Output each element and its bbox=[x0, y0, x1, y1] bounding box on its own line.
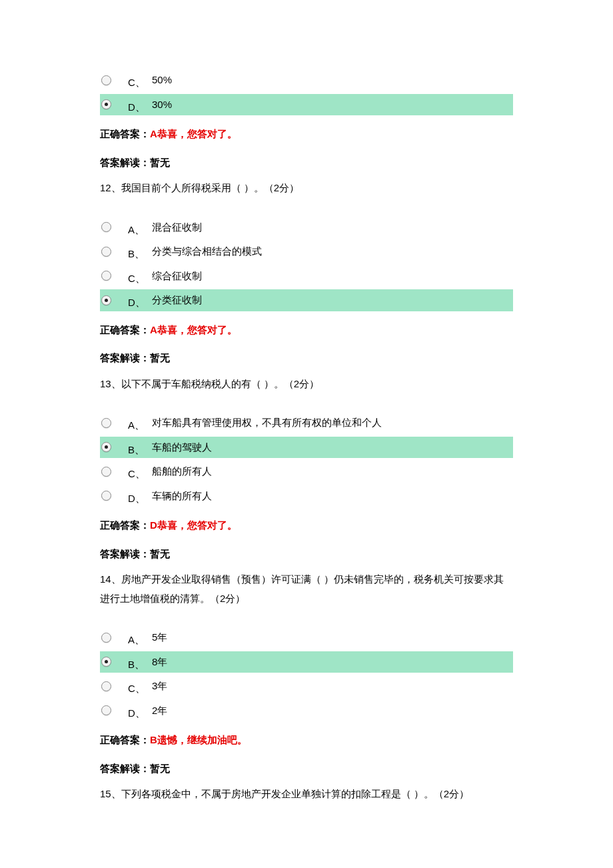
option-letter: B、 bbox=[128, 441, 152, 460]
question-options: A、 对车船具有管理使用权，不具有所有权的单位和个人 B、 车船的驾驶人 C、 … bbox=[100, 412, 513, 507]
option-letter: C、 bbox=[128, 679, 152, 699]
option-row[interactable]: A、 混合征收制 bbox=[100, 217, 513, 239]
option-text: 混合征收制 bbox=[152, 218, 202, 237]
option-letter: C、 bbox=[128, 73, 152, 93]
answer-prefix: 正确答案： bbox=[100, 734, 150, 745]
question-stem: 14、房地产开发企业取得销售（预售）许可证满（ ）仍未销售完毕的，税务机关可按要… bbox=[100, 570, 513, 608]
radio-icon[interactable] bbox=[101, 75, 111, 85]
correct-answer-line: 正确答案：B遗憾，继续加油吧。 bbox=[100, 731, 513, 750]
question-number: 15、 bbox=[100, 788, 121, 799]
option-row[interactable]: B、 车船的驾驶人 bbox=[100, 437, 513, 459]
option-text: 2年 bbox=[152, 701, 167, 721]
radio-icon[interactable] bbox=[101, 222, 111, 232]
radio-icon[interactable] bbox=[101, 295, 111, 305]
option-text: 50% bbox=[152, 71, 172, 90]
question-number: 13、 bbox=[100, 378, 121, 389]
radio-icon[interactable] bbox=[101, 271, 111, 281]
option-letter: B、 bbox=[128, 245, 152, 264]
radio-icon[interactable] bbox=[101, 418, 111, 428]
answer-message: 恭喜，您答对了。 bbox=[157, 128, 237, 139]
option-letter: B、 bbox=[128, 655, 152, 675]
option-row[interactable]: C、 综合征收制 bbox=[100, 265, 513, 287]
option-letter: D、 bbox=[128, 98, 152, 117]
option-letter: A、 bbox=[128, 631, 152, 650]
option-row[interactable]: A、 对车船具有管理使用权，不具有所有权的单位和个人 bbox=[100, 412, 513, 434]
question-number: 12、 bbox=[100, 182, 121, 193]
radio-icon[interactable] bbox=[101, 705, 111, 715]
option-row[interactable]: C、 50% bbox=[100, 69, 513, 91]
explain-text: 暂无 bbox=[150, 548, 170, 559]
radio-icon[interactable] bbox=[101, 491, 111, 501]
answer-explanation: 答案解读：暂无 bbox=[100, 153, 513, 173]
answer-prefix: 正确答案： bbox=[100, 324, 150, 335]
explain-prefix: 答案解读： bbox=[100, 352, 150, 363]
answer-prefix: 正确答案： bbox=[100, 128, 150, 139]
radio-icon[interactable] bbox=[101, 442, 111, 452]
option-text: 综合征收制 bbox=[152, 267, 202, 286]
option-text: 车船的驾驶人 bbox=[152, 438, 212, 457]
option-letter: D、 bbox=[128, 293, 152, 313]
option-text: 3年 bbox=[152, 677, 167, 696]
option-row[interactable]: C、 船舶的所有人 bbox=[100, 461, 513, 483]
explain-prefix: 答案解读： bbox=[100, 548, 150, 559]
option-row[interactable]: B、 8年 bbox=[100, 651, 513, 673]
explain-prefix: 答案解读： bbox=[100, 157, 150, 168]
option-text: 30% bbox=[152, 95, 172, 115]
option-text: 车辆的所有人 bbox=[152, 487, 212, 506]
explain-text: 暂无 bbox=[150, 157, 170, 168]
explain-text: 暂无 bbox=[150, 763, 170, 774]
correct-answer-line: 正确答案：D恭喜，您答对了。 bbox=[100, 516, 513, 535]
explain-prefix: 答案解读： bbox=[100, 763, 150, 774]
option-row[interactable]: B、 分类与综合相结合的模式 bbox=[100, 241, 513, 263]
answer-key: A bbox=[150, 324, 157, 335]
answer-message: 恭喜，您答对了。 bbox=[157, 519, 237, 531]
option-text: 船舶的所有人 bbox=[152, 462, 212, 481]
question-options: A、 混合征收制 B、 分类与综合相结合的模式 C、 综合征收制 D、 分类征收… bbox=[100, 217, 513, 311]
option-letter: D、 bbox=[128, 704, 152, 723]
answer-message: 恭喜，您答对了。 bbox=[157, 324, 237, 335]
option-row[interactable]: D、 车辆的所有人 bbox=[100, 485, 513, 507]
question-stem: 12、我国目前个人所得税采用（ ）。（2分） bbox=[100, 179, 513, 198]
option-row[interactable]: C、 3年 bbox=[100, 675, 513, 697]
option-text: 对车船具有管理使用权，不具有所有权的单位和个人 bbox=[152, 413, 382, 433]
option-text: 分类征收制 bbox=[152, 291, 202, 310]
correct-answer-line: 正确答案：A恭喜，您答对了。 bbox=[100, 125, 513, 144]
option-letter: A、 bbox=[128, 416, 152, 435]
question-number: 14、 bbox=[100, 573, 121, 585]
option-letter: A、 bbox=[128, 221, 152, 240]
explain-text: 暂无 bbox=[150, 352, 170, 363]
radio-icon[interactable] bbox=[101, 633, 111, 643]
answer-prefix: 正确答案： bbox=[100, 519, 150, 531]
answer-explanation: 答案解读：暂无 bbox=[100, 759, 513, 779]
answer-explanation: 答案解读：暂无 bbox=[100, 349, 513, 368]
answer-key: A bbox=[150, 128, 157, 139]
option-row[interactable]: D、 2年 bbox=[100, 700, 513, 722]
question-text: 下列各项税金中，不属于房地产开发企业单独计算的扣除工程是（ ）。（2分） bbox=[121, 788, 470, 799]
option-text: 8年 bbox=[152, 653, 167, 672]
question-options: A、 5年 B、 8年 C、 3年 D、 2年 bbox=[100, 627, 513, 721]
radio-icon[interactable] bbox=[101, 467, 111, 477]
radio-icon[interactable] bbox=[101, 657, 111, 667]
option-text: 5年 bbox=[152, 628, 167, 647]
question-text: 房地产开发企业取得销售（预售）许可证满（ ）仍未销售完毕的，税务机关可按要求其进… bbox=[100, 573, 504, 604]
option-letter: D、 bbox=[128, 489, 152, 509]
question-text: 以下不属于车船税纳税人的有（ ）。（2分） bbox=[121, 378, 320, 389]
answer-key: B bbox=[150, 734, 157, 745]
document-page: C、 50% D、 30% 正确答案：A恭喜，您答对了。 答案解读：暂无 12、… bbox=[0, 0, 613, 844]
option-letter: C、 bbox=[128, 269, 152, 289]
option-text: 分类与综合相结合的模式 bbox=[152, 242, 262, 261]
question-stem: 13、以下不属于车船税纳税人的有（ ）。（2分） bbox=[100, 375, 513, 394]
option-letter: C、 bbox=[128, 465, 152, 484]
answer-explanation: 答案解读：暂无 bbox=[100, 545, 513, 564]
question-options: C、 50% D、 30% bbox=[100, 69, 513, 115]
question-text: 我国目前个人所得税采用（ ）。（2分） bbox=[121, 182, 300, 193]
question-stem: 15、下列各项税金中，不属于房地产开发企业单独计算的扣除工程是（ ）。（2分） bbox=[100, 785, 513, 804]
option-row[interactable]: D、 30% bbox=[100, 94, 513, 116]
option-row[interactable]: A、 5年 bbox=[100, 627, 513, 649]
radio-icon[interactable] bbox=[101, 247, 111, 257]
answer-message: 遗憾，继续加油吧。 bbox=[157, 734, 247, 745]
correct-answer-line: 正确答案：A恭喜，您答对了。 bbox=[100, 321, 513, 340]
radio-icon[interactable] bbox=[101, 681, 111, 691]
radio-icon[interactable] bbox=[101, 99, 111, 109]
option-row[interactable]: D、 分类征收制 bbox=[100, 289, 513, 311]
